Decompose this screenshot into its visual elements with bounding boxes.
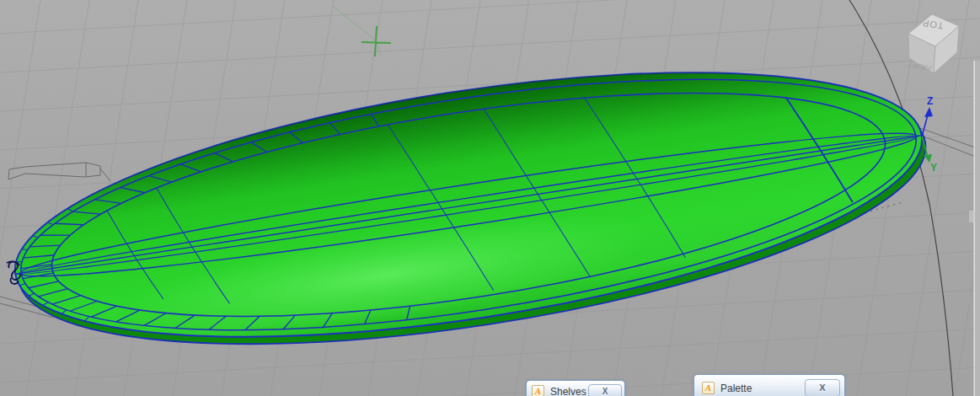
shelves-close-button[interactable]: X — [588, 384, 622, 396]
shelves-panel-title: Shelves — [550, 386, 588, 396]
palette-panel-title: Palette — [720, 383, 805, 394]
viewport-right-edge — [969, 61, 980, 396]
shelves-panel-titlebar[interactable]: A Shelves X — [526, 380, 625, 396]
alias-app-icon: A — [702, 382, 715, 394]
alias-app-icon: A — [532, 385, 544, 396]
z-axis-label: Z — [927, 95, 933, 107]
viewport-canvas[interactable]: Z Y TOP FRONT — [0, 0, 980, 396]
palette-panel-titlebar[interactable]: A Palette X — [693, 374, 845, 396]
profile-curve-outline — [8, 163, 110, 181]
alias-3d-viewport: { "viewport": { "background_color": "#a8… — [0, 0, 980, 396]
axis-triad: Z Y — [922, 95, 937, 174]
construction-point-marker — [334, 7, 391, 56]
palette-close-button[interactable]: X — [805, 379, 840, 396]
y-axis-label: Y — [930, 162, 937, 174]
z-axis-arrow — [924, 107, 933, 117]
view-cube[interactable]: TOP FRONT — [905, 14, 959, 73]
